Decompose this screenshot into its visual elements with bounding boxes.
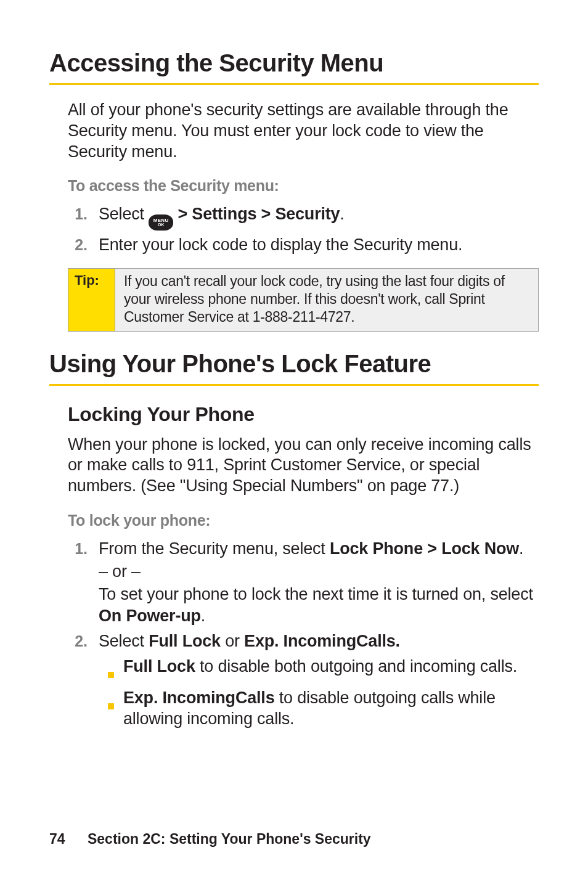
tip-box: Tip: If you can't recall your lock code,… — [68, 268, 539, 331]
svg-rect-1 — [108, 703, 114, 709]
bullet-body: Exp. IncomingCalls to disable outgoing c… — [123, 687, 539, 730]
s2s1-post: . — [519, 539, 523, 558]
bullet1-bold: Full Lock — [123, 657, 195, 676]
s2s1-pre: From the Security menu, select — [99, 539, 330, 558]
s2s1-bold: Lock Phone > Lock Now — [330, 539, 519, 558]
tip-label: Tip: — [68, 269, 115, 330]
step-number: 1. — [68, 538, 99, 559]
page-number: 74 — [49, 831, 65, 847]
section2-body: Locking Your Phone When your phone is lo… — [68, 403, 539, 733]
section2-steps: 1. From the Security menu, select Lock P… — [68, 538, 539, 733]
footer-text: Section 2C: Setting Your Phone's Securit… — [88, 831, 371, 847]
step-body: Select Full Lock or Exp. IncomingCalls. … — [99, 631, 539, 733]
s2s1-line2-post: . — [201, 606, 205, 625]
section2-intro: When your phone is locked, you can only … — [68, 435, 539, 497]
bullet2-bold: Exp. IncomingCalls — [123, 688, 274, 707]
s2s1-line2-bold: On Power-up — [99, 606, 201, 625]
section1-body: All of your phone's security settings ar… — [68, 100, 539, 332]
step-number: 2. — [68, 631, 99, 651]
heading-using-lock-feature: Using Your Phone's Lock Feature — [49, 350, 539, 386]
bullet-icon — [99, 687, 123, 715]
menu-icon-bottom: OK — [158, 223, 164, 227]
bullet1-rest: to disable both outgoing and incoming ca… — [195, 657, 517, 676]
page-content: Accessing the Security Menu All of your … — [0, 0, 588, 733]
or-separator: – or – — [99, 561, 539, 582]
step1-text-post: . — [340, 205, 344, 223]
section1-step-1: 1. Select MENUOK > Settings > Security. — [68, 203, 539, 231]
section2-step-2: 2. Select Full Lock or Exp. IncomingCall… — [68, 631, 539, 733]
heading-accessing-security-menu: Accessing the Security Menu — [49, 49, 539, 85]
s2s2-mid: or — [221, 632, 244, 650]
s2s2-pre: Select — [99, 632, 149, 650]
s2s1-line2-pre: To set your phone to lock the next time … — [99, 585, 533, 603]
tip-body: If you can't recall your lock code, try … — [115, 269, 538, 330]
section2-lead: To lock your phone: — [68, 512, 539, 529]
bullet-full-lock: Full Lock to disable both outgoing and i… — [99, 656, 539, 684]
menu-ok-icon: MENUOK — [149, 214, 173, 231]
section1-step-2: 2. Enter your lock code to display the S… — [68, 234, 539, 256]
s2s2-bold1: Full Lock — [149, 632, 221, 650]
section1-steps: 1. Select MENUOK > Settings > Security. … — [68, 203, 539, 256]
step-body: Enter your lock code to display the Secu… — [99, 234, 539, 256]
subheading-locking-your-phone: Locking Your Phone — [68, 403, 539, 426]
step1-text-pre: Select — [99, 205, 149, 223]
section1-lead: To access the Security menu: — [68, 177, 539, 195]
bullet-exp-incoming: Exp. IncomingCalls to disable outgoing c… — [99, 687, 539, 730]
page-footer: 74 Section 2C: Setting Your Phone's Secu… — [49, 831, 371, 847]
svg-rect-0 — [108, 672, 114, 678]
section1-intro: All of your phone's security settings ar… — [68, 100, 539, 162]
s2s2-bold2: Exp. IncomingCalls. — [244, 632, 400, 650]
step-number: 1. — [68, 203, 99, 224]
step1-path: > Settings > Security — [173, 205, 340, 223]
bullet-icon — [99, 656, 123, 684]
step-body: From the Security menu, select Lock Phon… — [99, 538, 539, 627]
bullet-body: Full Lock to disable both outgoing and i… — [123, 656, 539, 677]
section2-step-1: 1. From the Security menu, select Lock P… — [68, 538, 539, 627]
step2-bullets: Full Lock to disable both outgoing and i… — [99, 656, 539, 730]
step-body: Select MENUOK > Settings > Security. — [99, 203, 539, 231]
step-number: 2. — [68, 234, 99, 255]
